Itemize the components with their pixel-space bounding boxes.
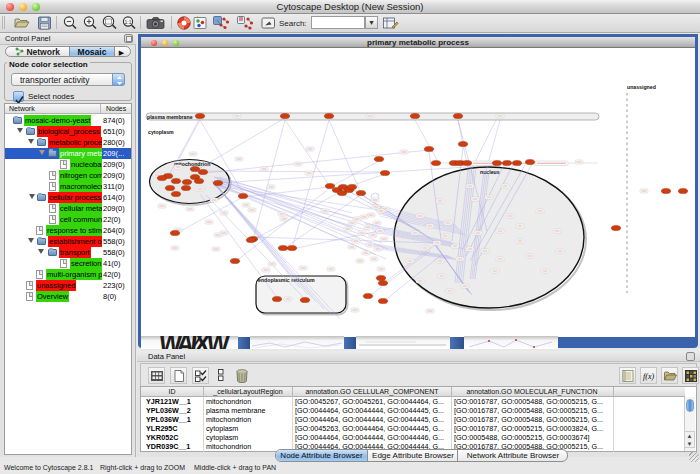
svg-text:plasma membrane: plasma membrane: [147, 114, 193, 120]
svg-text:cytoplasm: cytoplasm: [148, 129, 174, 135]
svg-text:f(x): f(x): [643, 372, 654, 381]
svg-text:nucleus: nucleus: [480, 169, 500, 175]
svg-text:unassigned: unassigned: [627, 84, 656, 90]
svg-text:1:1: 1:1: [125, 19, 132, 25]
